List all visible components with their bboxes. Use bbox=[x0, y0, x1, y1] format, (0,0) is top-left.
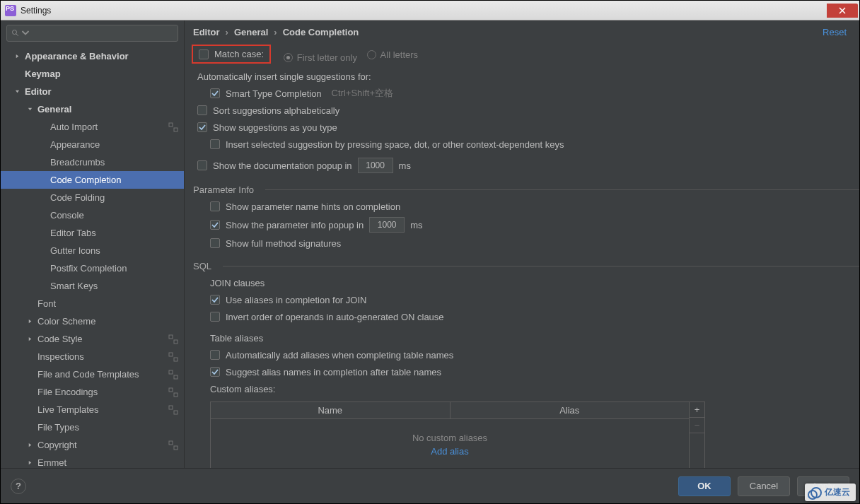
show-doc-popup-label: Show the documentation popup in bbox=[213, 160, 352, 171]
sidebar-item-auto-import[interactable]: Auto Import bbox=[1, 118, 184, 136]
project-scope-icon bbox=[168, 122, 178, 132]
auto-add-alias-label: Automatically add aliases when completin… bbox=[226, 350, 453, 361]
add-alias-button[interactable]: + bbox=[690, 402, 704, 418]
sidebar-item-label: File Encodings bbox=[37, 387, 168, 397]
watermark: 亿速云 bbox=[805, 484, 856, 501]
auto-add-alias-checkbox[interactable] bbox=[210, 350, 220, 360]
show-suggestions-label: Show suggestions as you type bbox=[213, 122, 337, 133]
add-alias-link[interactable]: Add alias bbox=[431, 446, 468, 457]
chevron-right-icon bbox=[26, 318, 33, 325]
remove-alias-button[interactable]: − bbox=[690, 418, 704, 433]
help-button[interactable]: ? bbox=[11, 479, 26, 494]
sidebar-item-file-encodings[interactable]: File Encodings bbox=[1, 383, 184, 401]
arrow-spacer bbox=[39, 124, 46, 131]
table-aliases-title: Table aliases bbox=[189, 329, 859, 346]
project-scope-icon bbox=[168, 352, 178, 362]
doc-popup-delay-input[interactable]: 1000 bbox=[358, 158, 393, 173]
insert-suggestion-checkbox[interactable] bbox=[210, 139, 220, 149]
sidebar-item-keymap[interactable]: Keymap bbox=[1, 65, 184, 83]
smart-type-checkbox[interactable] bbox=[210, 88, 220, 98]
chevron-right-icon bbox=[26, 459, 33, 467]
arrow-spacer bbox=[39, 212, 46, 219]
show-param-popup-checkbox[interactable] bbox=[210, 220, 220, 230]
cancel-button[interactable]: Cancel bbox=[738, 476, 790, 496]
project-scope-icon bbox=[168, 387, 178, 397]
search-input[interactable] bbox=[6, 25, 178, 42]
match-case-checkbox[interactable] bbox=[199, 49, 209, 59]
sql-section: SQL bbox=[193, 261, 211, 271]
ms-label: ms bbox=[399, 160, 411, 171]
show-full-sig-checkbox[interactable] bbox=[210, 238, 220, 248]
chevron-down-icon bbox=[21, 29, 30, 37]
arrow-spacer bbox=[26, 371, 33, 378]
sidebar-item-general[interactable]: General bbox=[1, 100, 184, 118]
no-aliases-text: No custom aliases bbox=[412, 433, 487, 443]
content: Editor› General› Code Completion Reset M… bbox=[185, 20, 859, 468]
sidebar-item-font[interactable]: Font bbox=[1, 295, 184, 312]
reset-link[interactable]: Reset bbox=[823, 27, 847, 37]
sidebar-item-label: Font bbox=[37, 298, 178, 309]
sidebar-item-code-folding[interactable]: Code Folding bbox=[1, 189, 184, 206]
sidebar-item-label: File and Code Templates bbox=[37, 369, 168, 380]
suggest-alias-checkbox[interactable] bbox=[210, 367, 220, 377]
svg-line-1 bbox=[16, 34, 18, 36]
alias-col-alias: Alias bbox=[451, 402, 690, 418]
settings-tree[interactable]: Appearance & BehaviorKeymapEditorGeneral… bbox=[1, 46, 184, 468]
svg-rect-7 bbox=[174, 358, 178, 361]
chevron-down-icon bbox=[26, 106, 33, 113]
use-aliases-checkbox[interactable] bbox=[210, 295, 220, 305]
first-letter-radio[interactable] bbox=[284, 53, 293, 62]
chevron-right-icon bbox=[26, 442, 33, 449]
all-letters-label: All letters bbox=[380, 49, 418, 60]
chevron-right-icon bbox=[26, 336, 33, 343]
sidebar-item-emmet[interactable]: Emmet bbox=[1, 454, 184, 468]
close-icon bbox=[839, 7, 846, 14]
svg-rect-14 bbox=[169, 441, 173, 445]
sidebar-item-smart-keys[interactable]: Smart Keys bbox=[1, 277, 184, 295]
sidebar-item-inspections[interactable]: Inspections bbox=[1, 348, 184, 365]
sidebar-item-label: Breadcrumbs bbox=[50, 157, 178, 168]
sidebar-item-appearance-behavior[interactable]: Appearance & Behavior bbox=[1, 47, 184, 65]
sidebar-item-label: File Types bbox=[37, 422, 178, 433]
close-button[interactable] bbox=[827, 4, 858, 18]
sidebar-item-code-style[interactable]: Code Style bbox=[1, 330, 184, 348]
chevron-right-icon bbox=[13, 53, 21, 60]
sidebar-item-console[interactable]: Console bbox=[1, 206, 184, 224]
match-case-label: Match case: bbox=[214, 49, 264, 59]
arrow-spacer bbox=[39, 230, 46, 237]
show-full-sig-label: Show full method signatures bbox=[226, 238, 341, 249]
custom-aliases-table: Name Alias No custom aliases Add alias bbox=[210, 402, 690, 468]
svg-rect-11 bbox=[174, 393, 178, 397]
show-doc-popup-checkbox[interactable] bbox=[197, 160, 207, 170]
use-aliases-label: Use aliases in completion for JOIN bbox=[226, 295, 366, 305]
sidebar-item-file-types[interactable]: File Types bbox=[1, 418, 184, 436]
join-clauses-title: JOIN clauses bbox=[189, 274, 859, 291]
show-param-popup-label: Show the parameter info popup in bbox=[226, 220, 364, 230]
sidebar-item-label: Keymap bbox=[25, 69, 178, 79]
invert-order-checkbox[interactable] bbox=[210, 312, 220, 322]
show-hints-checkbox[interactable] bbox=[210, 201, 220, 211]
arrow-spacer bbox=[26, 300, 33, 307]
parameter-info-section: Parameter Info bbox=[193, 184, 254, 195]
sidebar-item-copyright[interactable]: Copyright bbox=[1, 436, 184, 454]
watermark-icon bbox=[810, 487, 822, 498]
sort-alpha-checkbox[interactable] bbox=[197, 105, 207, 115]
sidebar-item-editor-tabs[interactable]: Editor Tabs bbox=[1, 224, 184, 242]
invert-order-label: Invert order of operands in auto-generat… bbox=[226, 312, 444, 322]
sidebar-item-color-scheme[interactable]: Color Scheme bbox=[1, 312, 184, 330]
ok-button[interactable]: OK bbox=[678, 476, 731, 496]
app-icon bbox=[5, 5, 16, 16]
show-suggestions-checkbox[interactable] bbox=[197, 122, 207, 132]
project-scope-icon bbox=[168, 370, 178, 380]
sidebar-item-breadcrumbs[interactable]: Breadcrumbs bbox=[1, 153, 184, 171]
all-letters-radio[interactable] bbox=[367, 50, 376, 59]
param-popup-delay-input[interactable]: 1000 bbox=[369, 217, 405, 233]
sidebar-item-live-templates[interactable]: Live Templates bbox=[1, 401, 184, 418]
sidebar-item-postfix-completion[interactable]: Postfix Completion bbox=[1, 259, 184, 277]
custom-aliases-title: Custom aliases: bbox=[189, 380, 859, 397]
sidebar-item-appearance[interactable]: Appearance bbox=[1, 136, 184, 153]
sidebar-item-code-completion[interactable]: Code Completion bbox=[1, 171, 184, 189]
sidebar-item-gutter-icons[interactable]: Gutter Icons bbox=[1, 242, 184, 259]
sidebar-item-editor[interactable]: Editor bbox=[1, 83, 184, 100]
sidebar-item-file-and-code-templates[interactable]: File and Code Templates bbox=[1, 365, 184, 383]
